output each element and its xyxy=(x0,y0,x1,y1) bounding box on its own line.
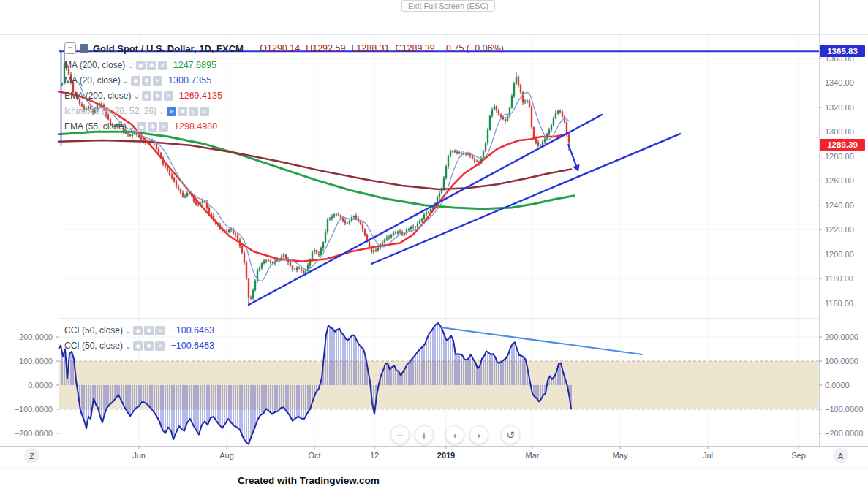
indicator-label[interactable]: Ichimoku (9, 26, 52, 26) xyxy=(64,106,156,116)
eye-icon[interactable]: ◉ xyxy=(131,76,140,86)
price-line-badge: 1365.83 xyxy=(820,45,865,57)
time-tick-label: 2019 xyxy=(437,451,455,460)
indicator-value: 1298.4980 xyxy=(174,121,217,132)
ascending-trendline xyxy=(371,134,680,264)
price-tick-label: 1300.00 xyxy=(825,127,854,136)
indicator-row: EMA (200, close)⌄◉✱✕1269.4135 xyxy=(64,91,222,101)
cci-tick-label-left: −100.0000 xyxy=(1,405,53,414)
price-tick-label: 1240.00 xyxy=(825,201,854,210)
close-icon[interactable]: ✕ xyxy=(155,326,165,335)
price-tick-label: 1280.00 xyxy=(825,152,854,161)
price-tick-label: 1340.00 xyxy=(825,78,854,87)
chevron-down-icon[interactable]: ⌄ xyxy=(133,92,139,100)
chevron-down-icon[interactable]: ⌄ xyxy=(129,123,135,131)
time-tick-label: 12 xyxy=(370,451,379,460)
settings-icon[interactable]: ✱ xyxy=(147,61,156,70)
eye-icon[interactable]: ◉ xyxy=(136,61,146,70)
indicator-label[interactable]: EMA (200, close) xyxy=(64,91,131,101)
cci-tick-label-right: 100.0000 xyxy=(825,357,858,365)
settings-icon[interactable]: ✱ xyxy=(144,341,154,351)
cci-indicator-row: CCI (50, close)⌄◉✱✕−100.6463 xyxy=(64,341,214,351)
auto-scale-button[interactable]: A xyxy=(833,448,848,463)
close-icon[interactable]: ✕ xyxy=(200,107,209,116)
cci-tick-label-right: −100.0000 xyxy=(825,405,863,414)
time-tick-label: Sep xyxy=(791,451,806,460)
chevron-down-icon[interactable]: ⌄ xyxy=(125,342,131,350)
cci-trendline xyxy=(441,327,642,354)
price-tick-label: 1180.00 xyxy=(825,274,853,283)
close-icon[interactable]: ✕ xyxy=(155,341,165,351)
cci-indicator-value: −100.6463 xyxy=(170,341,214,351)
exit-fullscreen-button[interactable]: Exit Full Screen (ESC) xyxy=(401,0,495,12)
settings-icon[interactable]: ✱ xyxy=(153,91,162,101)
eye-icon[interactable]: ◉ xyxy=(142,91,151,101)
close-icon[interactable]: ✕ xyxy=(158,61,167,70)
chevron-down-icon[interactable]: ⌄ xyxy=(246,45,252,53)
cci-indicator-value: −100.6463 xyxy=(170,325,214,335)
settings-icon[interactable]: ✱ xyxy=(144,326,154,335)
time-tick-label: Oct xyxy=(308,451,320,460)
indicator-row: EMA (55, close)⌄◉✱✕1298.4980 xyxy=(64,121,217,132)
symbol-title[interactable]: Gold Spot / U.S. Dollar, 1D, FXCM xyxy=(93,43,244,54)
indicator-label[interactable]: MA (200, close) xyxy=(64,60,125,70)
eye-icon[interactable]: ◉ xyxy=(133,326,143,335)
tradingview-chart-window: Exit Full Screen (ESC) − Gold Spot / U.S… xyxy=(0,0,868,497)
cci-band xyxy=(59,361,819,409)
cci-indicator-label[interactable]: CCI (50, close) xyxy=(64,341,123,351)
cci-indicator-row: CCI (50, close)⌄◉✱✕−100.6463 xyxy=(64,325,214,335)
zoom-in-button[interactable]: + xyxy=(415,425,434,444)
indicator-label[interactable]: MA (20, close) xyxy=(64,75,121,86)
cci-tick-label-left: 100.0000 xyxy=(1,357,53,365)
eye-off-icon[interactable]: ø xyxy=(167,107,176,116)
indicator-value: 1300.7355 xyxy=(168,75,211,86)
zoom-out-button[interactable]: − xyxy=(390,425,410,444)
ohlc-open: O1290.14 xyxy=(260,43,300,53)
chevron-down-icon[interactable]: ⌄ xyxy=(125,327,131,335)
price-tick-label: 1160.00 xyxy=(825,299,853,308)
cci-indicator-label[interactable]: CCI (50, close) xyxy=(64,325,123,335)
ohlc-close: C1289.39 xyxy=(396,43,435,53)
time-tick-label: May xyxy=(613,451,628,460)
time-tick-label: Jul xyxy=(703,451,713,460)
cci-tick-label-left: −200.0000 xyxy=(1,429,53,438)
indicator-row: MA (200, close)⌄◉✱✕1247.6895 xyxy=(64,60,216,70)
arrow-line xyxy=(568,144,577,167)
chevron-down-icon[interactable]: ⌄ xyxy=(159,107,165,115)
cci-tick-label-left: 200.0000 xyxy=(1,333,53,341)
overlay-line xyxy=(59,91,568,261)
ohlc-high: H1292.59 xyxy=(306,43,345,53)
reset-chart-button[interactable]: ↺ xyxy=(501,425,520,444)
indicator-label[interactable]: EMA (55, close) xyxy=(64,121,127,132)
symbol-flag-icon[interactable] xyxy=(80,44,88,53)
ascending-trendline xyxy=(249,115,602,305)
indicator-value: 1247.6895 xyxy=(173,60,216,70)
chevron-down-icon[interactable]: ⌄ xyxy=(123,77,129,85)
settings-icon[interactable]: ✱ xyxy=(178,107,187,116)
scroll-right-button[interactable]: › xyxy=(469,425,488,444)
chart-canvas[interactable] xyxy=(0,0,868,497)
time-tick-label: Aug xyxy=(219,451,234,460)
indicator-row: MA (20, close)⌄◉✱✕1300.7355 xyxy=(64,75,211,86)
cci-tick-label-right: −200.0000 xyxy=(825,429,863,438)
price-tick-label: 1320.00 xyxy=(825,103,854,112)
close-icon[interactable]: ✕ xyxy=(159,122,168,132)
credit-text: Created with Tradingview.com xyxy=(238,475,380,486)
settings-icon[interactable]: ✱ xyxy=(142,76,151,86)
chevron-down-icon[interactable]: ⌄ xyxy=(127,61,133,69)
settings-icon[interactable]: ✱ xyxy=(148,122,157,132)
symbol-legend-row: − Gold Spot / U.S. Dollar, 1D, FXCM ⌄ O1… xyxy=(64,42,504,54)
cci-tick-label-right: 200.0000 xyxy=(825,333,858,341)
eye-icon[interactable]: ◉ xyxy=(137,122,146,132)
scroll-left-button[interactable]: ‹ xyxy=(445,425,464,444)
timezone-button[interactable]: Z xyxy=(24,448,39,463)
indicator-row: Ichimoku (9, 26, 52, 26)⌄ø✱{}✕ xyxy=(64,106,211,116)
indicator-value: 1269.4135 xyxy=(179,91,222,101)
close-icon[interactable]: ✕ xyxy=(164,91,173,101)
braces-icon[interactable]: {} xyxy=(189,107,198,116)
close-icon[interactable]: ✕ xyxy=(153,76,162,86)
last-price-badge: 1289.39 xyxy=(820,139,865,151)
legend-collapse-icon[interactable]: − xyxy=(64,42,76,54)
cci-tick-label-left: 0.0000 xyxy=(1,381,53,390)
cci-tick-label-right: 0.0000 xyxy=(825,381,850,390)
eye-icon[interactable]: ◉ xyxy=(133,341,143,351)
